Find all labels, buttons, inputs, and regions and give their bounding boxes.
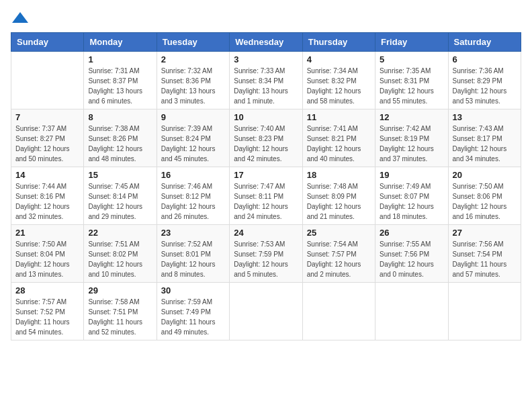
- day-number: 17: [234, 170, 298, 180]
- calendar-cell: [448, 283, 521, 340]
- day-number: 9: [161, 112, 225, 122]
- day-number: 27: [453, 228, 517, 238]
- calendar-cell: 7Sunrise: 7:37 AMSunset: 8:27 PMDaylight…: [11, 109, 84, 167]
- day-info: Sunrise: 7:49 AMSunset: 8:07 PMDaylight:…: [380, 181, 443, 222]
- calendar-cell: 12Sunrise: 7:42 AMSunset: 8:19 PMDayligh…: [375, 109, 448, 167]
- weekday-header-monday: Monday: [84, 33, 157, 52]
- header: [11, 11, 521, 26]
- calendar-cell: 25Sunrise: 7:54 AMSunset: 7:57 PMDayligh…: [302, 225, 375, 283]
- day-number: 28: [15, 285, 79, 295]
- day-number: 10: [234, 112, 298, 122]
- day-info: Sunrise: 7:33 AMSunset: 8:34 PMDaylight:…: [234, 66, 298, 106]
- weekday-header-friday: Friday: [375, 33, 448, 52]
- day-info: Sunrise: 7:42 AMSunset: 8:19 PMDaylight:…: [380, 124, 443, 164]
- day-info: Sunrise: 7:47 AMSunset: 8:11 PMDaylight:…: [234, 181, 298, 222]
- day-number: 15: [88, 170, 152, 180]
- day-number: 7: [15, 112, 79, 122]
- day-number: 22: [88, 228, 152, 238]
- calendar-cell: [11, 52, 84, 109]
- calendar-cell: 19Sunrise: 7:49 AMSunset: 8:07 PMDayligh…: [375, 167, 448, 225]
- calendar-week-row: 14Sunrise: 7:44 AMSunset: 8:16 PMDayligh…: [11, 167, 521, 225]
- day-number: 19: [380, 170, 443, 180]
- day-number: 2: [161, 54, 225, 64]
- calendar-cell: 5Sunrise: 7:35 AMSunset: 8:31 PMDaylight…: [375, 52, 448, 109]
- calendar-cell: [375, 283, 448, 340]
- day-number: 12: [380, 112, 443, 122]
- calendar-cell: 9Sunrise: 7:39 AMSunset: 8:24 PMDaylight…: [157, 109, 229, 167]
- calendar-cell: 13Sunrise: 7:43 AMSunset: 8:17 PMDayligh…: [448, 109, 521, 167]
- day-info: Sunrise: 7:32 AMSunset: 8:36 PMDaylight:…: [161, 66, 225, 106]
- weekday-header-thursday: Thursday: [302, 33, 375, 52]
- logo: [11, 11, 32, 26]
- day-number: 4: [307, 54, 371, 64]
- calendar-cell: 24Sunrise: 7:53 AMSunset: 7:59 PMDayligh…: [230, 225, 302, 283]
- day-number: 5: [380, 54, 443, 64]
- calendar-cell: 14Sunrise: 7:44 AMSunset: 8:16 PMDayligh…: [11, 167, 84, 225]
- weekday-header-sunday: Sunday: [11, 33, 84, 52]
- day-info: Sunrise: 7:37 AMSunset: 8:27 PMDaylight:…: [15, 124, 79, 164]
- calendar-cell: 1Sunrise: 7:31 AMSunset: 8:37 PMDaylight…: [84, 52, 157, 109]
- day-info: Sunrise: 7:51 AMSunset: 8:02 PMDaylight:…: [88, 239, 152, 279]
- day-info: Sunrise: 7:57 AMSunset: 7:52 PMDaylight:…: [15, 297, 79, 337]
- calendar-cell: 2Sunrise: 7:32 AMSunset: 8:36 PMDaylight…: [157, 52, 229, 109]
- day-info: Sunrise: 7:35 AMSunset: 8:31 PMDaylight:…: [380, 66, 443, 106]
- weekday-header-tuesday: Tuesday: [157, 33, 229, 52]
- calendar-cell: 27Sunrise: 7:56 AMSunset: 7:54 PMDayligh…: [448, 225, 521, 283]
- day-number: 21: [15, 228, 79, 238]
- day-info: Sunrise: 7:55 AMSunset: 7:56 PMDaylight:…: [380, 239, 443, 279]
- day-number: 26: [380, 228, 443, 238]
- day-info: Sunrise: 7:31 AMSunset: 8:37 PMDaylight:…: [88, 66, 152, 106]
- calendar-cell: 26Sunrise: 7:55 AMSunset: 7:56 PMDayligh…: [375, 225, 448, 283]
- calendar-cell: [230, 283, 302, 340]
- calendar-cell: 17Sunrise: 7:47 AMSunset: 8:11 PMDayligh…: [230, 167, 302, 225]
- day-info: Sunrise: 7:45 AMSunset: 8:14 PMDaylight:…: [88, 181, 152, 222]
- svg-marker-0: [12, 12, 28, 23]
- weekday-header-wednesday: Wednesday: [230, 33, 302, 52]
- calendar-week-row: 28Sunrise: 7:57 AMSunset: 7:52 PMDayligh…: [11, 283, 521, 340]
- day-info: Sunrise: 7:54 AMSunset: 7:57 PMDaylight:…: [307, 239, 371, 279]
- day-number: 18: [307, 170, 371, 180]
- calendar-week-row: 7Sunrise: 7:37 AMSunset: 8:27 PMDaylight…: [11, 109, 521, 167]
- weekday-header-row: SundayMondayTuesdayWednesdayThursdayFrid…: [11, 33, 521, 52]
- calendar-week-row: 21Sunrise: 7:50 AMSunset: 8:04 PMDayligh…: [11, 225, 521, 283]
- generalblue-logo-icon: [11, 11, 30, 26]
- day-number: 11: [307, 112, 371, 122]
- calendar-cell: 11Sunrise: 7:41 AMSunset: 8:21 PMDayligh…: [302, 109, 375, 167]
- day-info: Sunrise: 7:40 AMSunset: 8:23 PMDaylight:…: [234, 124, 298, 164]
- day-info: Sunrise: 7:50 AMSunset: 8:04 PMDaylight:…: [15, 239, 79, 279]
- day-number: 23: [161, 228, 225, 238]
- calendar-table: SundayMondayTuesdayWednesdayThursdayFrid…: [11, 32, 521, 340]
- day-info: Sunrise: 7:39 AMSunset: 8:24 PMDaylight:…: [161, 124, 225, 164]
- day-info: Sunrise: 7:44 AMSunset: 8:16 PMDaylight:…: [15, 181, 79, 222]
- calendar-cell: 30Sunrise: 7:59 AMSunset: 7:49 PMDayligh…: [157, 283, 229, 340]
- calendar-cell: 29Sunrise: 7:58 AMSunset: 7:51 PMDayligh…: [84, 283, 157, 340]
- day-number: 30: [161, 285, 225, 295]
- day-number: 14: [15, 170, 79, 180]
- day-number: 1: [88, 54, 152, 64]
- day-info: Sunrise: 7:48 AMSunset: 8:09 PMDaylight:…: [307, 181, 371, 222]
- day-number: 24: [234, 228, 298, 238]
- calendar-cell: 15Sunrise: 7:45 AMSunset: 8:14 PMDayligh…: [84, 167, 157, 225]
- day-number: 29: [88, 285, 152, 295]
- calendar-cell: 4Sunrise: 7:34 AMSunset: 8:32 PMDaylight…: [302, 52, 375, 109]
- day-number: 13: [453, 112, 517, 122]
- day-info: Sunrise: 7:59 AMSunset: 7:49 PMDaylight:…: [161, 297, 225, 337]
- day-info: Sunrise: 7:36 AMSunset: 8:29 PMDaylight:…: [453, 66, 517, 106]
- day-info: Sunrise: 7:43 AMSunset: 8:17 PMDaylight:…: [453, 124, 517, 164]
- day-info: Sunrise: 7:58 AMSunset: 7:51 PMDaylight:…: [88, 297, 152, 337]
- calendar-cell: 10Sunrise: 7:40 AMSunset: 8:23 PMDayligh…: [230, 109, 302, 167]
- calendar-cell: 8Sunrise: 7:38 AMSunset: 8:26 PMDaylight…: [84, 109, 157, 167]
- calendar-cell: 20Sunrise: 7:50 AMSunset: 8:06 PMDayligh…: [448, 167, 521, 225]
- day-info: Sunrise: 7:56 AMSunset: 7:54 PMDaylight:…: [453, 239, 517, 279]
- calendar-cell: 6Sunrise: 7:36 AMSunset: 8:29 PMDaylight…: [448, 52, 521, 109]
- calendar-cell: 18Sunrise: 7:48 AMSunset: 8:09 PMDayligh…: [302, 167, 375, 225]
- calendar-cell: 23Sunrise: 7:52 AMSunset: 8:01 PMDayligh…: [157, 225, 229, 283]
- day-info: Sunrise: 7:53 AMSunset: 7:59 PMDaylight:…: [234, 239, 298, 279]
- calendar-week-row: 1Sunrise: 7:31 AMSunset: 8:37 PMDaylight…: [11, 52, 521, 109]
- day-number: 25: [307, 228, 371, 238]
- calendar-cell: 3Sunrise: 7:33 AMSunset: 8:34 PMDaylight…: [230, 52, 302, 109]
- day-info: Sunrise: 7:38 AMSunset: 8:26 PMDaylight:…: [88, 124, 152, 164]
- day-info: Sunrise: 7:41 AMSunset: 8:21 PMDaylight:…: [307, 124, 371, 164]
- day-info: Sunrise: 7:52 AMSunset: 8:01 PMDaylight:…: [161, 239, 225, 279]
- day-info: Sunrise: 7:50 AMSunset: 8:06 PMDaylight:…: [453, 181, 517, 222]
